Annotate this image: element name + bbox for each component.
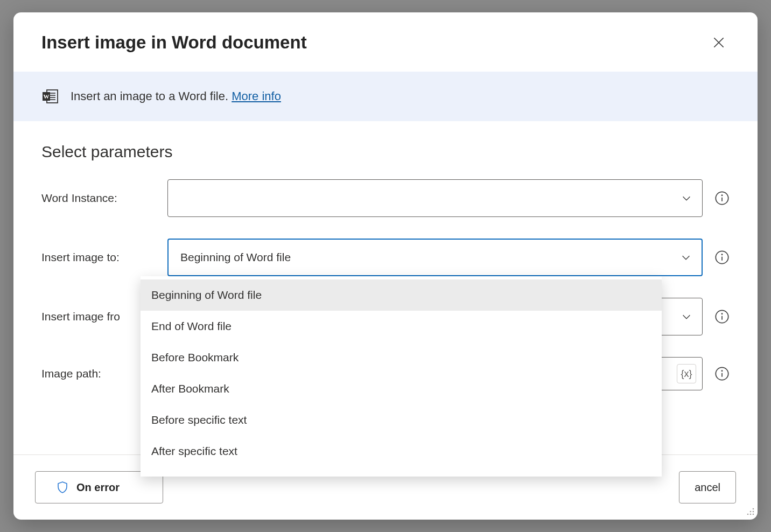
chevron-down-icon xyxy=(681,192,692,204)
param-row-insert-image-to: Insert image to: Beginning of Word file … xyxy=(41,239,730,276)
section-title: Select parameters xyxy=(41,143,730,161)
chevron-down-icon xyxy=(680,251,692,263)
select-insert-image-to-value: Beginning of Word file xyxy=(180,251,291,264)
svg-text:W: W xyxy=(44,93,50,100)
param-row-word-instance: Word Instance: xyxy=(41,179,730,217)
svg-point-22 xyxy=(747,514,749,515)
svg-point-9 xyxy=(721,195,722,195)
info-banner: W Insert an image to a Word file. More i… xyxy=(13,72,758,121)
svg-point-21 xyxy=(753,511,754,513)
info-button-insert-image-to[interactable] xyxy=(714,250,730,265)
close-button[interactable] xyxy=(708,32,730,53)
info-icon xyxy=(714,366,730,381)
svg-point-24 xyxy=(753,514,754,515)
info-icon xyxy=(714,309,730,324)
control-word-instance xyxy=(167,179,703,217)
svg-point-15 xyxy=(721,313,722,314)
dropdown-option[interactable]: Beginning of Word file xyxy=(141,279,662,311)
svg-point-19 xyxy=(753,508,754,510)
dropdown-option[interactable]: After specific text xyxy=(141,436,662,467)
resize-grip-icon[interactable] xyxy=(745,507,755,517)
svg-point-12 xyxy=(721,254,722,255)
svg-point-20 xyxy=(750,511,752,513)
svg-point-18 xyxy=(721,370,722,371)
word-icon: W xyxy=(41,88,59,105)
on-error-label: On error xyxy=(76,481,120,494)
cancel-button[interactable]: ancel xyxy=(679,471,736,503)
dialog-title: Insert image in Word document xyxy=(41,32,307,53)
cancel-label: ancel xyxy=(695,481,720,493)
variable-picker-button[interactable]: {x} xyxy=(677,364,696,383)
dropdown-option[interactable]: End of Word file xyxy=(141,311,662,342)
svg-point-23 xyxy=(750,514,752,515)
close-icon xyxy=(712,36,726,50)
dialog-header: Insert image in Word document xyxy=(13,12,758,72)
dialog-content: Select parameters Word Instance: Insert … xyxy=(13,121,758,454)
dropdown-option[interactable]: Before specific text xyxy=(141,404,662,436)
dialog-insert-image: Insert image in Word document W Insert a… xyxy=(13,12,758,520)
info-button-image-path[interactable] xyxy=(714,366,730,381)
dropdown-option[interactable]: Before Bookmark xyxy=(141,342,662,373)
info-icon xyxy=(714,250,730,265)
info-icon xyxy=(714,191,730,206)
select-word-instance[interactable] xyxy=(167,179,703,217)
info-button-word-instance[interactable] xyxy=(714,191,730,206)
label-word-instance: Word Instance: xyxy=(41,192,167,205)
shield-icon xyxy=(56,481,69,494)
dropdown-insert-image-to: Beginning of Word file End of Word file … xyxy=(141,276,662,477)
label-insert-image-to: Insert image to: xyxy=(41,251,167,264)
variable-icon: {x} xyxy=(681,368,692,380)
info-button-insert-image-from[interactable] xyxy=(714,309,730,324)
select-insert-image-to[interactable]: Beginning of Word file xyxy=(167,239,703,276)
more-info-link[interactable]: More info xyxy=(232,89,281,103)
banner-text: Insert an image to a Word file. More inf… xyxy=(71,89,281,103)
chevron-down-icon xyxy=(681,311,692,323)
control-insert-image-to: Beginning of Word file Beginning of Word… xyxy=(167,239,703,276)
dropdown-option[interactable]: After Bookmark xyxy=(141,373,662,404)
